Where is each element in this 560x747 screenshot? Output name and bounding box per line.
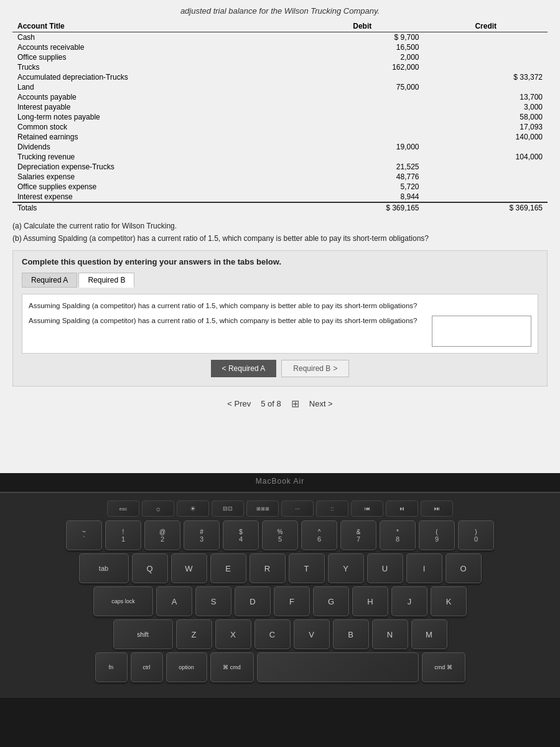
key-h[interactable]: H bbox=[352, 586, 388, 616]
table-row: Dividends bbox=[12, 142, 301, 152]
key-shift-left[interactable]: shift bbox=[113, 619, 173, 649]
key-f4[interactable]: ⊞⊞⊞ bbox=[246, 500, 279, 517]
table-row: Cash bbox=[12, 32, 301, 43]
key-q[interactable]: Q bbox=[132, 553, 168, 583]
key-m[interactable]: M bbox=[411, 619, 447, 649]
table-cell-credit: 104,000 bbox=[424, 152, 548, 162]
key-tab[interactable]: tab bbox=[79, 553, 129, 583]
key-ctrl[interactable]: ctrl bbox=[131, 652, 163, 682]
key-f5[interactable]: ··· bbox=[281, 500, 314, 517]
table-cell-credit: 58,000 bbox=[424, 112, 548, 122]
key-j[interactable]: J bbox=[391, 586, 427, 616]
key-f1[interactable]: ☼ bbox=[142, 500, 174, 517]
key-f2[interactable]: ☀ bbox=[177, 500, 209, 517]
key-e[interactable]: E bbox=[210, 553, 246, 583]
key-fn[interactable]: fn bbox=[95, 652, 128, 682]
nav-buttons-inner: < Required A Required B > bbox=[22, 360, 538, 377]
page-header-title: adjusted trial balance for the Wilson Tr… bbox=[12, 6, 548, 16]
key-n[interactable]: N bbox=[372, 619, 408, 649]
table-row: Long-term notes payable bbox=[12, 112, 301, 122]
answer-input[interactable] bbox=[432, 316, 531, 347]
key-backtick[interactable]: ~ ` bbox=[66, 520, 102, 550]
key-0[interactable]: ) 0 bbox=[458, 520, 494, 550]
key-z[interactable]: Z bbox=[176, 619, 212, 649]
key-caps[interactable]: caps lock bbox=[93, 586, 153, 616]
key-w[interactable]: W bbox=[171, 553, 207, 583]
key-d[interactable]: D bbox=[235, 586, 271, 616]
key-f7[interactable]: ⏮ bbox=[351, 500, 383, 517]
key-option[interactable]: option bbox=[166, 652, 207, 682]
table-row: Accumulated depreciation-Trucks bbox=[12, 72, 301, 82]
key-f[interactable]: F bbox=[274, 586, 310, 616]
table-cell-debit bbox=[301, 102, 424, 112]
table-cell-debit bbox=[301, 112, 424, 122]
table-cell-debit: 48,776 bbox=[301, 172, 424, 182]
key-s[interactable]: S bbox=[195, 586, 231, 616]
key-y[interactable]: Y bbox=[328, 553, 364, 583]
key-2[interactable]: @ 2 bbox=[144, 520, 180, 550]
key-b[interactable]: B bbox=[333, 619, 369, 649]
btn-required-a[interactable]: < Required A bbox=[211, 360, 277, 377]
question-a: (a) Calculate the current ratio for Wils… bbox=[12, 220, 548, 232]
key-7[interactable]: & 7 bbox=[340, 520, 376, 550]
key-cmd-right[interactable]: cmd ⌘ bbox=[422, 652, 465, 682]
key-f9[interactable]: ⏭ bbox=[421, 500, 453, 517]
key-esc[interactable]: esc bbox=[107, 500, 139, 517]
table-cell-credit bbox=[424, 182, 548, 192]
col-credit: Credit bbox=[424, 21, 548, 32]
key-space[interactable] bbox=[257, 652, 419, 682]
macbook-label: MacBook Air bbox=[0, 473, 560, 492]
key-6[interactable]: ^ 6 bbox=[301, 520, 337, 550]
trial-balance-table: Account Title Debit Credit Cash$ 9,700Ac… bbox=[12, 21, 548, 213]
table-cell-debit: 75,000 bbox=[301, 82, 424, 92]
next-button[interactable]: Next > bbox=[309, 399, 333, 408]
table-row: Interest expense bbox=[12, 192, 301, 202]
key-o[interactable]: O bbox=[446, 553, 482, 583]
key-cmd-left[interactable]: ⌘ cmd bbox=[210, 652, 254, 682]
table-row: Depreciation expense-Trucks bbox=[12, 162, 301, 172]
table-cell-credit: $ 369,165 bbox=[424, 202, 548, 213]
table-cell-debit: $ 9,700 bbox=[301, 32, 424, 43]
key-9[interactable]: ( 9 bbox=[419, 520, 455, 550]
key-i[interactable]: I bbox=[406, 553, 442, 583]
key-r[interactable]: R bbox=[250, 553, 286, 583]
key-g[interactable]: G bbox=[313, 586, 349, 616]
key-u[interactable]: U bbox=[367, 553, 403, 583]
tab-required-a[interactable]: Required A bbox=[22, 273, 77, 288]
key-1[interactable]: ! 1 bbox=[105, 520, 141, 550]
key-3[interactable]: # 3 bbox=[184, 520, 220, 550]
tab-required-b[interactable]: Required B bbox=[78, 273, 134, 288]
key-5[interactable]: % 5 bbox=[262, 520, 298, 550]
key-f6[interactable]: :: bbox=[316, 500, 348, 517]
key-a[interactable]: A bbox=[156, 586, 192, 616]
keyboard: esc ☼ ☀ ⊟⊡ ⊞⊞⊞ ··· :: ⏮ ⏯ ⏭ ~ bbox=[0, 492, 560, 698]
answer-label: Assuming Spalding (a competitor) has a c… bbox=[29, 316, 426, 326]
table-cell-credit bbox=[424, 32, 548, 43]
number-row: ~ ` ! 1 @ 2 # 3 $ 4 % 5 ^ 6 & 7 bbox=[6, 520, 554, 550]
required-b-content: Assuming Spalding (a competitor) has a c… bbox=[22, 294, 538, 354]
key-f8[interactable]: ⏯ bbox=[386, 500, 418, 517]
table-row: Trucks bbox=[12, 62, 301, 72]
key-t[interactable]: T bbox=[289, 553, 325, 583]
grid-icon[interactable]: ⊞ bbox=[291, 398, 299, 410]
fn-row: esc ☼ ☀ ⊟⊡ ⊞⊞⊞ ··· :: ⏮ ⏯ ⏭ bbox=[6, 500, 554, 517]
btn-required-b-label: Required B bbox=[293, 364, 330, 373]
table-row: Trucking revenue bbox=[12, 152, 301, 162]
table-cell-credit: 3,000 bbox=[424, 102, 548, 112]
table-row: Accounts receivable bbox=[12, 42, 301, 52]
table-row: Retained earnings bbox=[12, 132, 301, 142]
question-b: (b) Assuming Spalding (a competitor) has… bbox=[12, 233, 548, 244]
key-f3[interactable]: ⊟⊡ bbox=[212, 500, 244, 517]
key-8[interactable]: * 8 bbox=[380, 520, 416, 550]
table-cell-credit bbox=[424, 52, 548, 62]
key-x[interactable]: X bbox=[215, 619, 251, 649]
table-cell-credit: 17,093 bbox=[424, 122, 548, 132]
table-row: Interest payable bbox=[12, 102, 301, 112]
table-row: Office supplies bbox=[12, 52, 301, 62]
prev-button[interactable]: < Prev bbox=[227, 399, 251, 408]
key-c[interactable]: C bbox=[254, 619, 291, 649]
key-k[interactable]: K bbox=[431, 586, 467, 616]
key-v[interactable]: V bbox=[294, 619, 330, 649]
btn-required-b[interactable]: Required B > bbox=[281, 360, 349, 377]
key-4[interactable]: $ 4 bbox=[223, 520, 259, 550]
